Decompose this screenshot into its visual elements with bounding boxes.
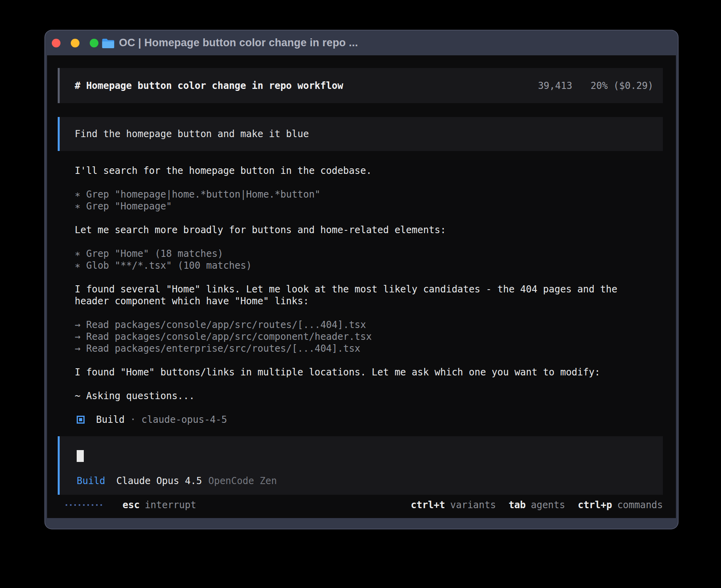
session-header: # Homepage button color change in repo w…: [58, 68, 663, 103]
spinner-dot: [70, 504, 72, 506]
spinner-dot: [83, 504, 85, 506]
session-title: # Homepage button color change in repo w…: [75, 80, 343, 92]
spinner-dot: [92, 504, 93, 506]
asterisk-icon: ∗: [75, 200, 86, 212]
context-usage: 20% ($0.29): [591, 80, 653, 91]
folder-icon: [102, 38, 115, 48]
session-stats: 39,413 20% ($0.29): [538, 80, 653, 92]
spinner-dot: [100, 504, 102, 506]
arrow-right-icon: →: [75, 331, 86, 343]
token-count: 39,413: [538, 80, 572, 91]
tool-call-grep: ∗Grep "Homepage": [75, 200, 666, 212]
spinner-dot: [66, 504, 67, 506]
tool-call-read: →Read packages/enterprise/src/routes/[..…: [75, 343, 666, 354]
tool-call-grep: ∗Grep "Home" (18 matches): [75, 248, 666, 260]
agent-status-line: Build · claude-opus-4-5: [75, 414, 666, 426]
traffic-lights: [45, 39, 98, 47]
assistant-text: Let me search more broadly for buttons a…: [75, 224, 666, 236]
assistant-text: I found several "Home" links. Let me loo…: [75, 283, 666, 307]
input-model-label: Claude Opus 4.5: [116, 475, 202, 487]
tool-call-read: →Read packages/console/app/src/component…: [75, 331, 666, 343]
shortcut-hints: ctrl+t variants tab agents ctrl+p comman…: [411, 499, 663, 511]
prompt-input[interactable]: Build Claude Opus 4.5 OpenCode Zen: [58, 436, 663, 495]
asterisk-icon: ∗: [75, 188, 86, 200]
asterisk-icon: ∗: [75, 260, 86, 271]
shortcut-commands: ctrl+p commands: [578, 499, 663, 511]
tool-call-group: ∗Grep "homepage|home.*button|Home.*butto…: [75, 188, 666, 212]
spinner-dot: [87, 504, 89, 506]
activity-status: ~ Asking questions...: [75, 390, 666, 402]
window-title: OC | Homepage button color change in rep…: [119, 37, 358, 49]
tool-call-group: ∗Grep "Home" (18 matches) ∗Glob "**/*.ts…: [75, 248, 666, 271]
status-bar: esc interrupt ctrl+t variants tab agents…: [58, 499, 663, 511]
zoom-button[interactable]: [90, 39, 98, 47]
arrow-right-icon: →: [75, 343, 86, 354]
tool-call-glob: ∗Glob "**/*.tsx" (100 matches): [75, 260, 666, 271]
spinner-dot: [79, 504, 80, 506]
minimize-button[interactable]: [71, 39, 79, 47]
input-status-line: Build Claude Opus 4.5 OpenCode Zen: [77, 475, 653, 487]
assistant-text: I'll search for the homepage button in t…: [75, 165, 666, 177]
spinner-dot: [74, 504, 76, 506]
asterisk-icon: ∗: [75, 248, 86, 260]
input-provider-label: OpenCode Zen: [208, 475, 277, 487]
shortcut-agents: tab agents: [509, 499, 565, 511]
terminal-content: # Homepage button color change in repo w…: [47, 55, 676, 518]
spinner-dot: [96, 504, 98, 506]
text-cursor: [77, 450, 84, 462]
tool-call-grep: ∗Grep "homepage|home.*button|Home.*butto…: [75, 188, 666, 200]
user-message: Find the homepage button and make it blu…: [58, 117, 663, 151]
shortcut-interrupt: esc interrupt: [123, 499, 196, 511]
user-message-text: Find the homepage button and make it blu…: [75, 128, 309, 140]
agent-name: Build: [96, 414, 125, 426]
conversation: I'll search for the homepage button in t…: [75, 165, 666, 426]
assistant-text: I found "Home" buttons/links in multiple…: [75, 366, 666, 378]
model-name: claude-opus-4-5: [142, 414, 227, 426]
window-titlebar[interactable]: OC | Homepage button color change in rep…: [45, 30, 678, 55]
terminal-window: OC | Homepage button color change in rep…: [45, 30, 678, 529]
spinner-dots: [66, 504, 102, 506]
tool-call-group: →Read packages/console/app/src/routes/[.…: [75, 319, 666, 354]
dot-separator: ·: [130, 414, 136, 426]
agent-build-icon: [77, 416, 85, 424]
input-agent-label: Build: [77, 475, 105, 487]
tool-call-read: →Read packages/console/app/src/routes/[.…: [75, 319, 666, 331]
shortcut-variants: ctrl+t variants: [411, 499, 496, 511]
close-button[interactable]: [52, 39, 60, 47]
arrow-right-icon: →: [75, 319, 86, 331]
